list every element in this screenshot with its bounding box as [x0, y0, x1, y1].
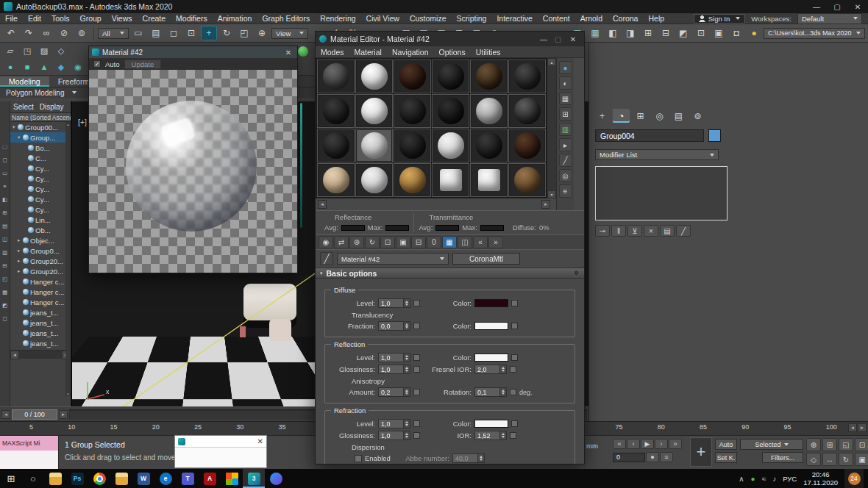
material-slot[interactable]	[508, 163, 546, 197]
torus-tool-icon[interactable]: ◉	[71, 60, 85, 73]
side-dock-icon[interactable]: ⊟	[1, 262, 10, 270]
anisotropy-amount-map-button[interactable]	[413, 389, 420, 395]
sample-uv-tiling-icon[interactable]: ⊞	[559, 107, 572, 121]
select-and-rotate-icon[interactable]: ↻	[218, 26, 235, 40]
material-slot[interactable]	[394, 94, 431, 128]
side-dock-icon[interactable]: ◻	[1, 315, 10, 323]
notification-center-button[interactable]: 24	[844, 469, 864, 488]
minimize-button[interactable]: —	[806, 0, 827, 13]
material-slot[interactable]	[317, 163, 355, 197]
zoom-icon[interactable]: ⊕	[806, 438, 821, 451]
get-material-icon[interactable]: ◉	[319, 236, 333, 248]
refraction-color-swatch[interactable]	[474, 420, 508, 428]
play-button[interactable]: ▶	[641, 439, 654, 449]
close-icon[interactable]: ✕	[257, 437, 263, 445]
maximize-button[interactable]: ▢	[827, 0, 847, 13]
material-map-navigator-icon[interactable]: ≡	[559, 184, 572, 198]
me-menu-item[interactable]: Modes	[316, 48, 349, 57]
menu-item[interactable]: Views	[107, 13, 138, 24]
3dsmax-icon[interactable]: 3	[243, 469, 265, 488]
material-slot[interactable]	[508, 129, 546, 162]
undo-icon[interactable]: ↶	[3, 26, 19, 40]
material-slot[interactable]	[432, 163, 469, 197]
previous-frame-icon[interactable]: ◂	[1, 410, 10, 419]
tree-item[interactable]: Cy...	[10, 184, 71, 194]
me-menu-item[interactable]: Material	[349, 48, 387, 57]
tree-item[interactable]: Cy...	[10, 194, 71, 204]
menu-item[interactable]: Animation	[213, 13, 257, 24]
set-key-button[interactable]: Set K.	[715, 452, 737, 463]
material-editor-title-bar[interactable]: Material Editor - Material #42 — ▢ ✕	[316, 32, 584, 46]
side-dock-icon[interactable]: ▤	[1, 222, 10, 230]
menu-item[interactable]: Arnold	[575, 13, 608, 24]
key-filter-dropdown[interactable]: Selected	[740, 439, 803, 450]
rectangular-selection-region-icon[interactable]: ◻	[166, 26, 182, 40]
translucency-fraction-map-button[interactable]	[413, 323, 420, 329]
slots-scroll-right-icon[interactable]: ▸	[541, 200, 550, 209]
tree-item[interactable]: jeans_t...	[10, 328, 71, 338]
put-material-to-scene-icon[interactable]: ⇄	[334, 236, 349, 248]
close-icon[interactable]: ✕	[282, 49, 294, 57]
pan-icon[interactable]: +	[690, 437, 712, 467]
expand-icon[interactable]: ▸	[18, 268, 23, 274]
make-unique-icon[interactable]: ▣	[396, 236, 410, 248]
go-forward-to-sibling-icon[interactable]: »	[488, 236, 503, 248]
maximize-button[interactable]: ▢	[551, 33, 566, 45]
filters-button[interactable]: Filters...	[762, 452, 803, 463]
material-slot[interactable]	[355, 94, 393, 128]
next-frame-icon[interactable]: ▸	[59, 410, 68, 419]
select-by-name-icon[interactable]: ▤	[148, 26, 164, 40]
unlink-selection-icon[interactable]: ⊘	[56, 26, 72, 40]
conform-icon[interactable]: ◇	[54, 44, 68, 57]
modifier-stack[interactable]	[595, 166, 728, 220]
backlight-icon[interactable]: ◐	[559, 76, 572, 90]
expand-icon[interactable]: ▾	[13, 124, 18, 130]
go-to-parent-icon[interactable]: «	[473, 236, 488, 248]
project-path-dropdown[interactable]: C:\Users\kot...3ds Max 2020	[764, 28, 865, 39]
side-dock-icon[interactable]: ◧	[1, 195, 10, 204]
tree-item[interactable]: jeans_t...	[10, 338, 71, 348]
configure-modifier-sets-icon[interactable]: ▤	[660, 225, 675, 237]
taskbar-clock[interactable]: 20:46 17.11.2020	[803, 470, 838, 487]
refraction-glossiness-map-button[interactable]	[413, 432, 420, 439]
tree-item[interactable]: ▸ Objec...	[10, 235, 71, 245]
diffuse-color-swatch[interactable]	[474, 299, 508, 307]
redo-icon[interactable]: ↷	[21, 26, 37, 40]
material-slot[interactable]	[508, 60, 546, 93]
refraction-ior-map-button[interactable]	[510, 432, 516, 439]
reflection-color-map-button[interactable]	[511, 354, 518, 361]
me-menu-item[interactable]: Options	[434, 48, 471, 57]
menu-item[interactable]: Scripting	[452, 13, 492, 24]
tree-item[interactable]: Bo...	[10, 143, 71, 153]
show-end-result-icon[interactable]: ◫	[458, 236, 472, 248]
menu-item[interactable]: File	[0, 13, 23, 24]
pin-stack-icon[interactable]: ⊸	[595, 225, 610, 237]
object-name-field[interactable]: Group004	[595, 129, 704, 142]
motion-tab[interactable]: ◎	[651, 109, 668, 123]
menu-item[interactable]: Civil View	[361, 13, 405, 24]
tree-item[interactable]: jeans_t...	[10, 307, 71, 317]
tree-item[interactable]: Hanger c...	[10, 276, 71, 287]
shapes-icon[interactable]: ▨	[37, 44, 51, 57]
close-button[interactable]: ✕	[847, 0, 868, 13]
material-slot[interactable]	[394, 163, 431, 197]
tree-item[interactable]: Cy...	[10, 204, 71, 215]
paint-deform-icon[interactable]: ◳	[20, 44, 35, 57]
folder-icon[interactable]	[110, 469, 132, 488]
search-button[interactable]: ○	[22, 469, 44, 488]
current-frame-field[interactable]: 0	[613, 453, 645, 462]
maximize-viewport-toggle-icon[interactable]: ▣	[855, 453, 868, 466]
chrome-icon[interactable]	[88, 469, 110, 488]
create-tab[interactable]: +	[594, 109, 611, 123]
field-of-view-icon[interactable]: ◇	[806, 453, 821, 466]
auto-update-checkbox[interactable]: ✓	[93, 60, 101, 68]
side-dock-icon[interactable]: ⬚	[1, 143, 10, 151]
menu-item[interactable]: Rendering	[315, 13, 360, 24]
maxscript-input[interactable]	[0, 451, 58, 470]
material-slot[interactable]	[470, 94, 508, 128]
grid-minus-icon[interactable]: ⊟	[658, 26, 674, 40]
anisotropy-rotation-field[interactable]: 0,1	[474, 387, 507, 397]
select-by-material-icon[interactable]: ◎	[559, 169, 572, 182]
diffuse-level-map-button[interactable]	[413, 300, 420, 306]
translucency-color-swatch[interactable]	[474, 322, 508, 330]
